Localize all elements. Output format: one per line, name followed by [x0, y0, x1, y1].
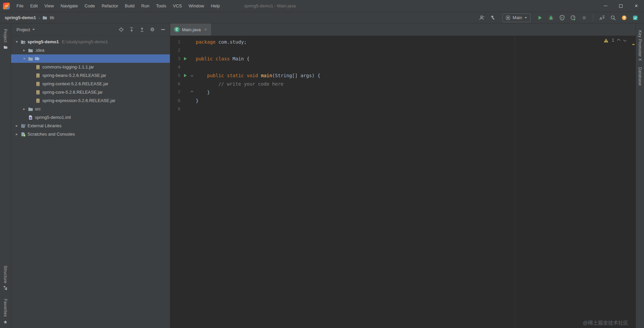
- debug-icon[interactable]: [546, 13, 556, 22]
- menu-view[interactable]: View: [41, 0, 57, 12]
- stop-icon[interactable]: [580, 13, 589, 22]
- code-line-8[interactable]: 8}: [170, 96, 636, 105]
- tab-close-icon[interactable]: ✕: [204, 28, 207, 32]
- code-line-3[interactable]: 3public class Main {: [170, 54, 636, 63]
- line-number[interactable]: 7: [170, 90, 180, 95]
- code-line-6[interactable]: 6 // write your code here: [170, 80, 636, 88]
- run-gutter-icon[interactable]: [182, 57, 189, 60]
- minimize-button[interactable]: [598, 0, 613, 12]
- fold-marker-icon[interactable]: [189, 75, 194, 77]
- menu-vcs[interactable]: VCS: [170, 0, 185, 12]
- tree-item--idea[interactable]: ▸.idea: [11, 46, 170, 54]
- editor-tab-main-java[interactable]: C Main.java ✕: [170, 24, 212, 36]
- tree-item-spring-beans-5-2-6-release-jar[interactable]: spring-beans-5.2.6.RELEASE.jar: [11, 71, 170, 80]
- tree-item-spring5-demo1-iml[interactable]: spring5-demo1.iml: [11, 113, 170, 122]
- tree-item-label: External Libraries: [28, 123, 61, 128]
- code-line-1[interactable]: 1package com.study;: [170, 38, 636, 46]
- breadcrumb-project[interactable]: spring5-demo1: [5, 15, 36, 20]
- inspections-widget[interactable]: 1: [604, 38, 626, 43]
- menu-help[interactable]: Help: [208, 0, 223, 12]
- chevron-collapsed-icon[interactable]: ▸: [14, 124, 20, 128]
- chevron-down-icon: [32, 29, 35, 30]
- collapse-all-icon[interactable]: [139, 27, 145, 33]
- menu-window[interactable]: Window: [185, 0, 208, 12]
- breadcrumb: spring5-demo1 › lib: [5, 15, 54, 20]
- line-number[interactable]: 5: [170, 73, 180, 78]
- menu-run[interactable]: Run: [138, 0, 153, 12]
- tree-item-spring-expression-5-2-6-release-jar[interactable]: spring-expression-5.2.6.RELEASE.jar: [11, 96, 170, 105]
- line-number[interactable]: 3: [170, 56, 180, 61]
- menu-navigate[interactable]: Navigate: [57, 0, 81, 12]
- tree-item-commons-logging-1-1-1-jar[interactable]: commons-logging-1.1.1.jar: [11, 63, 170, 71]
- code-lines: 1package com.study;23public class Main {…: [170, 36, 636, 328]
- editor-scrollbar[interactable]: [631, 36, 636, 328]
- hide-panel-icon[interactable]: [160, 27, 166, 33]
- settings-gear-icon[interactable]: ⚙: [149, 27, 155, 33]
- project-view-selector[interactable]: Project: [16, 27, 35, 32]
- toolwindow-tab-structure[interactable]: Structure: [3, 266, 8, 290]
- menu-refactor[interactable]: Refactor: [98, 0, 122, 12]
- tree-item-src[interactable]: ▸src: [11, 105, 170, 113]
- profiler-icon[interactable]: [568, 13, 578, 22]
- search-everywhere-icon[interactable]: [608, 13, 618, 22]
- code-text: package com.study;: [194, 39, 247, 45]
- window-controls: ✕: [598, 0, 644, 12]
- code-line-9[interactable]: 9: [170, 105, 636, 113]
- previous-issue-icon[interactable]: [617, 39, 620, 42]
- collaborate-user-icon[interactable]: [477, 13, 487, 22]
- translate-icon[interactable]: A: [597, 13, 607, 22]
- warning-stripe-mark[interactable]: [632, 44, 635, 45]
- window-title: spring5-demo1 - Main.java: [244, 3, 296, 8]
- chevron-collapsed-icon[interactable]: ▸: [14, 132, 20, 136]
- tree-item-lib[interactable]: ▾lib: [11, 54, 170, 63]
- run-icon[interactable]: [535, 13, 545, 22]
- line-number[interactable]: 4: [170, 64, 180, 69]
- tree-item-scratches-and-consoles[interactable]: ▸Scratches and Consoles: [11, 130, 170, 138]
- scratches-icon: [20, 132, 27, 137]
- tree-item-external-libraries[interactable]: ▸External Libraries: [11, 122, 170, 130]
- line-number[interactable]: 8: [170, 98, 180, 103]
- build-hammer-icon[interactable]: [488, 13, 498, 22]
- menu-file[interactable]: File: [13, 0, 27, 12]
- line-number[interactable]: 9: [170, 106, 180, 111]
- menu-edit[interactable]: Edit: [27, 0, 41, 12]
- maximize-button[interactable]: [613, 0, 629, 12]
- tree-item-spring-context-5-2-6-release-jar[interactable]: spring-context-5.2.6.RELEASE.jar: [11, 80, 170, 88]
- menu-tools[interactable]: Tools: [153, 0, 170, 12]
- code-line-2[interactable]: 2: [170, 46, 636, 54]
- menu-build[interactable]: Build: [122, 0, 138, 12]
- code-line-5[interactable]: 5 public static void main(String[] args)…: [170, 71, 636, 80]
- line-number[interactable]: 1: [170, 39, 180, 44]
- chevron-collapsed-icon[interactable]: ▸: [21, 107, 27, 111]
- code-line-7[interactable]: 7 }: [170, 88, 636, 96]
- plugin-extra-icon[interactable]: [631, 13, 640, 22]
- locate-file-icon[interactable]: [118, 27, 124, 33]
- line-number[interactable]: 6: [170, 81, 180, 86]
- code-editor[interactable]: 1package com.study;23public class Main {…: [170, 36, 636, 328]
- chevron-collapsed-icon[interactable]: ▸: [21, 48, 27, 52]
- breadcrumb-folder[interactable]: lib: [50, 15, 54, 20]
- chevron-expanded-icon[interactable]: ▾: [21, 56, 27, 61]
- close-button[interactable]: ✕: [629, 0, 644, 12]
- run-coverage-icon[interactable]: [557, 13, 567, 22]
- chevron-expanded-icon[interactable]: ▾: [14, 40, 20, 44]
- expand-all-icon[interactable]: [129, 27, 135, 33]
- tree-item-spring5-demo1[interactable]: ▾spring5-demo1E:\study\spring5-demo1: [11, 38, 170, 46]
- run-configuration-select[interactable]: Main: [502, 13, 531, 22]
- fold-marker-icon[interactable]: [189, 91, 194, 93]
- toolwindow-tab-key-promoter-x[interactable]: Key Promoter X: [638, 30, 642, 61]
- tree-item-spring-core-5-2-6-release-jar[interactable]: spring-core-5.2.6.RELEASE.jar: [11, 88, 170, 96]
- ide-update-icon[interactable]: [619, 13, 629, 22]
- tree-item-label: spring-core-5.2.6.RELEASE.jar: [42, 90, 103, 95]
- line-number[interactable]: 2: [170, 48, 180, 53]
- toolwindow-tab-project[interactable]: Project: [3, 29, 8, 49]
- project-path: E:\study\spring5-demo1: [62, 39, 108, 44]
- toolwindow-tab-favorites[interactable]: Favorites ★: [3, 299, 8, 325]
- run-gutter-icon[interactable]: [182, 74, 189, 77]
- toolwindow-tab-database[interactable]: Database: [638, 67, 642, 86]
- tree-item-label: .idea: [35, 48, 44, 53]
- folder-icon: [27, 48, 34, 53]
- warning-count: 1: [612, 38, 614, 43]
- menu-code[interactable]: Code: [81, 0, 98, 12]
- code-line-4[interactable]: 4: [170, 63, 636, 71]
